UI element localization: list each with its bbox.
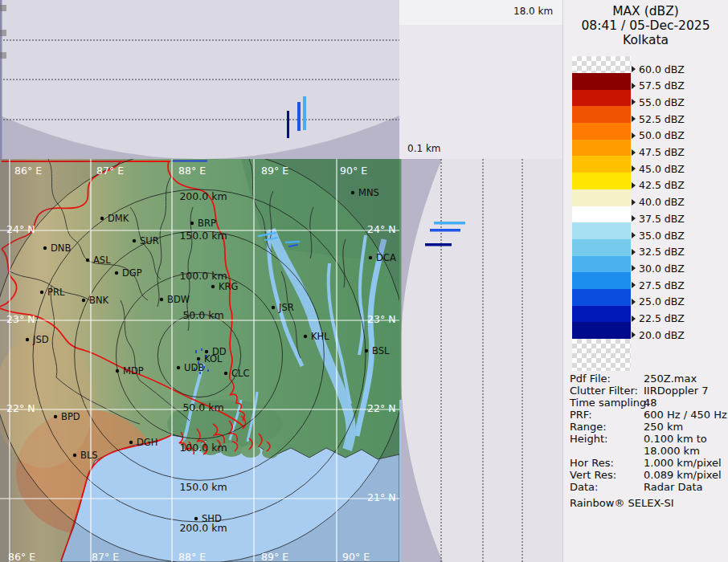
radar-application-window: 18.0 km 0.1 km [0,0,728,562]
station-dot [369,256,372,259]
level-value: 25.0 dBZ [639,295,685,307]
level-arrow-icon [632,299,636,305]
station-label: DCA [376,252,396,263]
metadata-label: Data: [570,481,644,493]
level-arrow-icon [632,99,636,105]
station-label: BSL [372,345,390,356]
map-canvas: 200.0 km150.0 km100.0 km50.0 km50.0 km10… [0,159,399,562]
station-dot [26,338,29,341]
color-scale-level: 32.5 dBZ [632,246,685,258]
station-label: CLC [231,368,249,379]
color-band [572,173,631,189]
metadata-row: Vert Res:0.089 km/pixel [570,469,726,481]
station-label: DNB [51,242,71,254]
station-label: BRP [198,218,216,229]
metadata-row: Range:250 km [570,421,726,433]
level-arrow-icon [632,316,636,322]
level-value: 37.5 dBZ [639,213,685,225]
station-dot [43,246,47,250]
graticule-label: 23° N [6,313,35,325]
color-band [572,106,631,123]
metadata-value: 250Z.max [644,373,697,385]
color-band [572,189,631,206]
echo-column [303,96,306,130]
station-label: JSR [278,302,294,313]
level-arrow-icon [632,215,636,222]
level-arrow-icon [632,132,636,139]
metadata-label: Vert Res: [570,469,644,481]
station-dot [351,191,354,194]
corner-region: 18.0 km 0.1 km [399,0,562,159]
metadata-value: Radar Data [644,481,702,493]
level-arrow-icon [632,332,636,338]
level-value: 47.5 dBZ [639,146,685,158]
level-value: 35.0 dBZ [639,230,685,242]
range-ring-label: 150.0 km [179,230,227,242]
color-band [572,222,631,239]
station-dot [73,454,76,457]
color-band [572,123,631,140]
color-scale-overflow-top [572,56,631,73]
color-band [572,289,631,306]
graticule-label: 24° N [6,223,35,235]
level-value: 55.0 dBZ [639,96,685,108]
metadata-value: 250 km [644,421,683,433]
station-label: PRL [47,287,65,298]
metadata-row: Pdf File:250Z.max [570,373,726,385]
color-band [572,322,631,339]
station-label: BPD [61,411,80,422]
metadata-label: PRF: [570,409,644,421]
color-band [572,256,631,273]
station-dot [194,517,198,520]
graticule-label: 86° E [8,551,35,562]
ns-projection-canvas [399,159,562,562]
site-name: Kolkata [563,33,728,47]
color-band [572,272,631,289]
metadata-value: 600 Hz / 450 Hz [644,409,727,421]
metadata-value: 48 [644,397,657,409]
level-arrow-icon [632,232,636,238]
graticule-label: 87° E [92,551,119,562]
station-label: BLS [80,450,98,461]
ew-projection-canvas [0,0,399,159]
station-dot [54,415,57,418]
station-dot [116,369,119,373]
color-scale-level: 47.5 dBZ [632,147,685,158]
range-ring-label: 50.0 km [182,309,223,321]
graticule-label: 88° E [178,551,206,562]
level-value: 22.5 dBZ [639,312,685,324]
graticule-label: 24° N [367,223,395,235]
station-label: MDP [123,365,144,377]
range-ring-label: 100.0 km [179,270,227,282]
edge-tick [0,52,6,59]
color-scale-level: 55.0 dBZ [632,96,685,108]
metadata-label [570,445,644,457]
graticule-label: 89° E [261,551,288,562]
station-dot [211,285,215,288]
level-value: 30.0 dBZ [639,263,685,275]
metadata-row: Hor Res:1.000 km/pixel [570,457,726,469]
station-dot [82,299,85,302]
metadata-value: 1.000 km/pixel [644,457,722,469]
edge-tick [0,30,6,36]
echo-row [434,222,465,225]
metadata-value: 0.100 km to [644,433,707,445]
echo-row [430,229,460,232]
height-axis-max-label: 18.0 km [513,6,553,17]
metadata-row: Clutter Filter:IIRDoppler 7 [570,385,726,397]
echo-column [287,111,289,138]
legend-panel: MAX (dBZ) 08:41 / 05-Dec-2025 Kolkata 60… [562,0,728,562]
product-metadata: Pdf File:250Z.maxClutter Filter:IIRDoppl… [570,373,726,493]
graticule-label: 22° N [367,402,395,414]
level-arrow-icon [632,83,636,89]
level-value: 45.0 dBZ [639,163,685,175]
station-dot [224,372,227,375]
level-arrow-icon [632,66,636,72]
level-value: 52.5 dBZ [639,113,685,125]
metadata-row: 18.000 km [570,445,726,457]
color-band [572,306,631,323]
level-arrow-icon [632,249,636,255]
level-value: 20.0 dBZ [639,329,685,341]
metadata-row: Time sampling:48 [570,397,726,409]
color-band [572,90,631,107]
